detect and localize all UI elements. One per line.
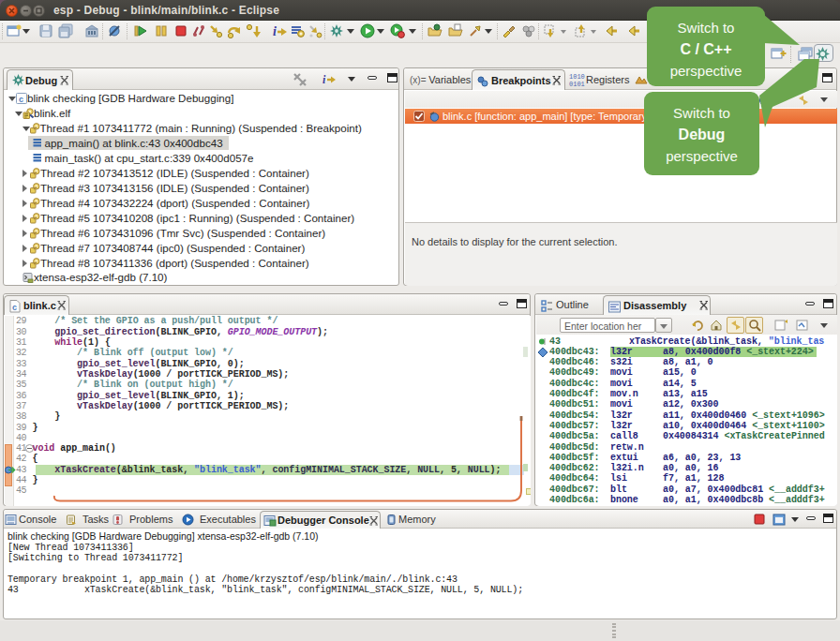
svg-text:c: c: [19, 94, 23, 103]
svg-text:c: c: [12, 303, 17, 312]
svg-text:i: i: [273, 24, 277, 38]
svg-text:i: i: [322, 73, 326, 86]
